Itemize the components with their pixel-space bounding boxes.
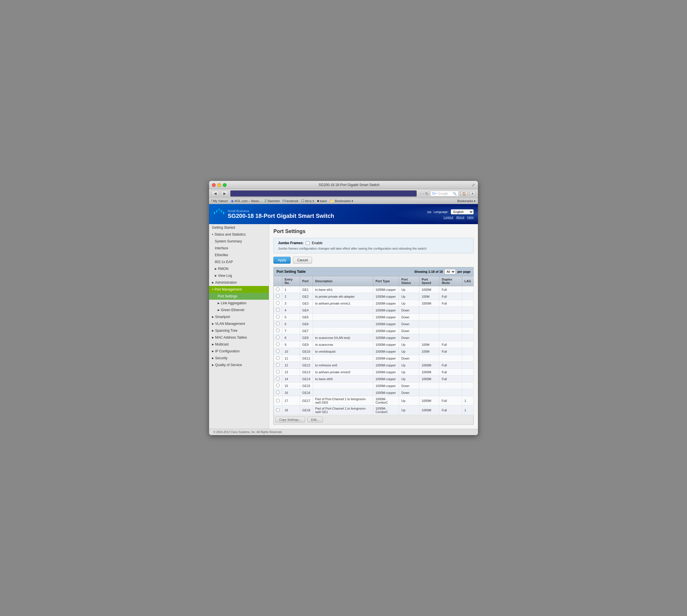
sidebar-item-port-settings[interactable]: Port Settings — [209, 293, 269, 300]
sidebar-item-vlan[interactable]: ▶ VLAN Management — [209, 320, 269, 327]
forward-button[interactable]: ▶ — [221, 191, 229, 196]
sidebar-item-system-summary[interactable]: System Summary — [209, 238, 269, 245]
row-radio-cell[interactable] — [274, 286, 282, 293]
port-radio-GE17[interactable] — [276, 399, 280, 402]
search-bar[interactable]: G+ Google 🔍 — [430, 191, 459, 196]
sidebar-item-green-ethernet[interactable]: ▶ Green Ethernet — [209, 307, 269, 313]
close-button[interactable] — [212, 183, 216, 187]
port-radio-GE3[interactable] — [276, 301, 280, 305]
port-radio-GE9[interactable] — [276, 342, 280, 346]
bookmark-aol[interactable]: ◉ AOL.com – News... — [231, 199, 262, 203]
logout-link[interactable]: Logout — [443, 216, 453, 219]
expand-icon[interactable]: ⤢ — [472, 183, 475, 187]
port-radio-GE11[interactable] — [276, 356, 280, 360]
row-radio-cell[interactable] — [274, 405, 282, 415]
row-radio-cell[interactable] — [274, 348, 282, 355]
sidebar-item-security[interactable]: ▶ Security — [209, 355, 269, 361]
apply-button[interactable]: Apply — [273, 257, 291, 264]
table-row[interactable]: 11 GE11 1000M-copper Down — [274, 355, 474, 362]
table-row[interactable]: 17 GE17 Part of Port-Channel 1 to living… — [274, 396, 474, 405]
sidebar-item-status-statistics[interactable]: ▾ Status and Statistics — [209, 231, 269, 238]
minimize-button[interactable] — [217, 183, 221, 187]
table-row[interactable]: 5 GE5 1000M-copper Down — [274, 314, 474, 321]
table-row[interactable]: 10 GE10 to ventriloquist 1000M-copper Up… — [274, 348, 474, 355]
port-radio-GE15[interactable] — [276, 383, 280, 387]
table-row[interactable]: 18 GE18 Part of Port-Channel 1 to living… — [274, 405, 474, 415]
bookmark-slashdot[interactable]: Z Slashdot — [265, 199, 280, 203]
sidebar-item-spanning-tree[interactable]: ▶ Spanning Tree — [209, 327, 269, 334]
sidebar-item-administration[interactable]: ▶ Administration — [209, 279, 269, 286]
row-radio-cell[interactable] — [274, 300, 282, 307]
bookmark-bookmarks[interactable]: 📁 Bookmarks ▾ — [330, 199, 353, 203]
maximize-button[interactable] — [223, 183, 227, 187]
table-row[interactable]: 4 GE4 1000M-copper Down — [274, 307, 474, 314]
refresh-icon[interactable]: ↻ — [425, 192, 429, 196]
sidebar-item-smartport[interactable]: ▶ Smartport — [209, 313, 269, 320]
row-radio-cell[interactable] — [274, 321, 282, 328]
sidebar-item-getting-started[interactable]: Getting Started — [209, 224, 269, 231]
table-row[interactable]: 2 GE2 to printer.private eth-adapter 100… — [274, 293, 474, 300]
sidebar-item-ip-config[interactable]: ▶ IP Configuration — [209, 348, 269, 355]
port-radio-GE1[interactable] — [276, 287, 280, 291]
table-row[interactable]: 7 GE7 1000M-copper Down — [274, 328, 474, 334]
table-row[interactable]: 13 GE13 to arkham.private vmnic0 1000M-c… — [274, 369, 474, 376]
row-radio-cell[interactable] — [274, 376, 282, 382]
edit-button[interactable]: Edit... — [307, 417, 323, 422]
row-radio-cell[interactable] — [274, 307, 282, 314]
row-radio-cell[interactable] — [274, 328, 282, 334]
bookmark-bane[interactable]: ■ bane — [317, 199, 327, 203]
table-row[interactable]: 6 GE6 1000M-copper Down — [274, 321, 474, 328]
sidebar-item-view-log[interactable]: ▶ View Log — [209, 272, 269, 279]
row-radio-cell[interactable] — [274, 396, 282, 405]
table-row[interactable]: 15 GE15 1000M-copper Down — [274, 382, 474, 389]
port-radio-GE12[interactable] — [276, 363, 280, 367]
sidebar-item-link-aggregation[interactable]: ▶ Link Aggregation — [209, 300, 269, 307]
table-row[interactable]: 3 GE3 to arkham.private vmnic1 1000M-cop… — [274, 300, 474, 307]
sidebar-item-8021x[interactable]: 802.1x EAP — [209, 259, 269, 265]
port-radio-GE13[interactable] — [276, 370, 280, 374]
sidebar-item-qos[interactable]: ▶ Quality of Service — [209, 361, 269, 368]
sidebar-item-mac-address[interactable]: ▶ MAC Address Tables — [209, 334, 269, 341]
star-icon[interactable]: ☆ — [418, 191, 422, 196]
row-radio-cell[interactable] — [274, 362, 282, 369]
sidebar-item-interface[interactable]: Interface — [209, 245, 269, 251]
bookmarks-right[interactable]: Bookmarks ▾ — [457, 199, 476, 203]
bookmark-bitly[interactable]: ☐ bit.ly it — [301, 199, 314, 203]
row-radio-cell[interactable] — [274, 382, 282, 389]
table-row[interactable]: 9 GE9 to scarecrow 1000M-copper Up 100M … — [274, 341, 474, 348]
port-radio-GE6[interactable] — [276, 322, 280, 326]
port-radio-GE18[interactable] — [276, 408, 280, 412]
row-radio-cell[interactable] — [274, 389, 282, 396]
row-radio-cell[interactable] — [274, 369, 282, 376]
search-icon[interactable]: 🔍 — [453, 192, 457, 196]
url-bar[interactable] — [230, 190, 417, 197]
bookmark-facebook[interactable]: f Facebook — [282, 199, 298, 203]
row-radio-cell[interactable] — [274, 334, 282, 341]
table-row[interactable]: 14 GE14 to bane eth0 1000M-copper Up 100… — [274, 376, 474, 382]
sidebar-item-multicast[interactable]: ▶ Multicast — [209, 341, 269, 348]
port-radio-GE5[interactable] — [276, 315, 280, 318]
per-page-select[interactable]: All 10 25 50 — [444, 269, 456, 274]
table-row[interactable]: 12 GE12 to mrfreeze en0 1000M-copper Up … — [274, 362, 474, 369]
sidebar-item-rmon[interactable]: ▶ RMON — [209, 265, 269, 272]
bookmark-yahoo[interactable]: ! My Yahoo! — [211, 199, 228, 203]
port-radio-GE8[interactable] — [276, 335, 280, 339]
back-button[interactable]: ◀ — [211, 191, 219, 196]
row-radio-cell[interactable] — [274, 293, 282, 300]
table-row[interactable]: 16 GE16 1000M-copper Down — [274, 389, 474, 396]
port-radio-GE4[interactable] — [276, 308, 280, 312]
language-select[interactable]: English — [451, 209, 474, 214]
extensions-button[interactable]: ✳ — [470, 191, 476, 196]
row-radio-cell[interactable] — [274, 341, 282, 348]
port-radio-GE14[interactable] — [276, 377, 280, 380]
cancel-button[interactable]: Cancel — [293, 257, 312, 264]
port-radio-GE16[interactable] — [276, 391, 280, 394]
port-radio-GE10[interactable] — [276, 349, 280, 353]
row-radio-cell[interactable] — [274, 314, 282, 321]
port-radio-GE7[interactable] — [276, 329, 280, 332]
copy-settings-button[interactable]: Copy Settings... — [275, 417, 305, 422]
table-row[interactable]: 1 GE1 to bane eth1 1000M-copper Up 1000M… — [274, 286, 474, 293]
table-row[interactable]: 8 GE8 to scarecrow (VLAN test) 1000M-cop… — [274, 334, 474, 341]
help-link[interactable]: Help — [467, 216, 474, 219]
sidebar-item-etherlike[interactable]: Etherlike — [209, 251, 269, 259]
